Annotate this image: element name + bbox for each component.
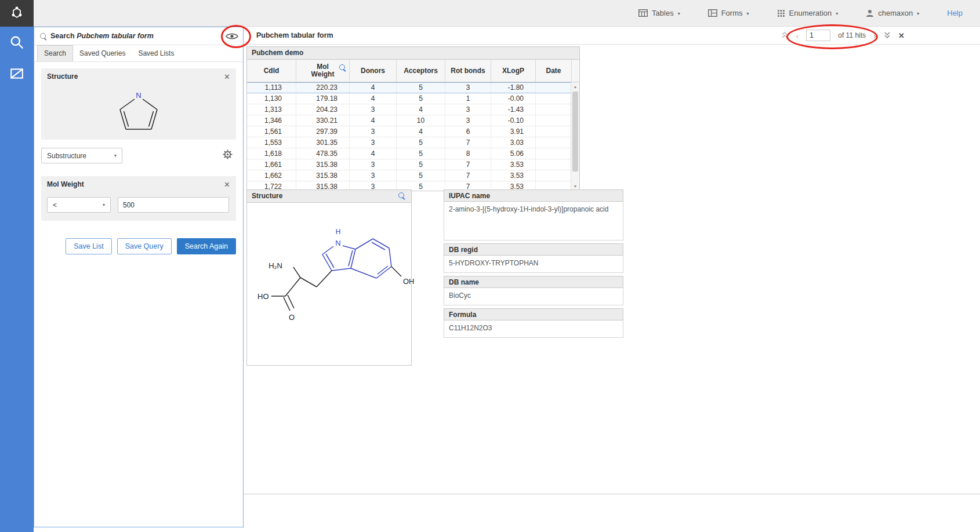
vertical-scrollbar[interactable]: ▲ ▼ — [571, 82, 579, 191]
table-cell: 4 — [350, 83, 397, 93]
structure-detail-title: Structure — [252, 192, 282, 200]
table-row[interactable]: 1,346330.214103-0.10 — [247, 115, 572, 126]
table-cell: 6 — [445, 126, 491, 137]
table-cell: 7 — [445, 159, 491, 170]
table-cell: 5 — [397, 159, 445, 170]
close-icon[interactable]: ✕ — [224, 72, 230, 81]
table-cell: -1.80 — [491, 83, 536, 93]
table-cell: 330.21 — [296, 115, 350, 126]
save-list-button[interactable]: Save List — [66, 238, 111, 254]
table-row[interactable]: 1,113220.23453-1.80 — [247, 82, 572, 93]
table-cell: 1,113 — [247, 83, 296, 93]
molweight-criterion-title: Mol Weight — [47, 180, 84, 188]
table-cell: 297.39 — [296, 126, 350, 137]
menu-enumeration[interactable]: Enumeration ▾ — [777, 9, 839, 17]
menu-tables-label: Tables — [652, 9, 674, 17]
menu-tables[interactable]: Tables ▾ — [638, 9, 680, 17]
table-cell: 3 — [350, 104, 397, 115]
table-cell: 1,313 — [247, 104, 296, 115]
svg-text:H: H — [336, 228, 341, 236]
close-icon[interactable]: ✕ — [224, 180, 230, 189]
svg-text:N: N — [136, 91, 141, 100]
structure-search-icon[interactable] — [398, 192, 404, 198]
gear-icon[interactable] — [223, 150, 233, 162]
table-row[interactable]: 1,561297.393463.91 — [247, 126, 572, 137]
search-panel: Search Pubchem tabular form Search Saved… — [34, 27, 244, 527]
table-cell: 5 — [397, 170, 445, 181]
table-row[interactable]: 1,662315.383573.53 — [247, 170, 572, 181]
content-bottom-divider — [244, 494, 980, 494]
table-cell: 179.18 — [296, 93, 350, 104]
column-header-xlogp[interactable]: XLogP — [491, 60, 536, 82]
menu-forms[interactable]: Forms ▾ — [708, 9, 749, 17]
table-cell: 3 — [350, 126, 397, 137]
search-type-value: Substructure — [47, 152, 86, 160]
table-cell — [536, 126, 572, 137]
sidebar-item-forms[interactable] — [0, 58, 34, 89]
scroll-up-icon[interactable]: ▲ — [571, 82, 579, 91]
column-header-acceptors[interactable]: Acceptors — [397, 60, 445, 82]
column-header-date[interactable]: Date — [536, 60, 572, 82]
operator-select[interactable]: < ▾ — [47, 197, 111, 213]
tab-search[interactable]: Search — [37, 45, 73, 61]
search-panel-title: Search Pubchem tabular form — [50, 32, 154, 40]
structure-query-canvas[interactable]: N — [41, 85, 236, 140]
table-cell: -0.10 — [491, 115, 536, 126]
table-cell: -1.43 — [491, 104, 536, 115]
help-link[interactable]: Help — [947, 9, 963, 17]
table-cell: 1,661 — [247, 159, 296, 170]
table-cell: 4 — [350, 115, 397, 126]
scroll-thumb[interactable] — [572, 92, 578, 172]
pyrrole-structure-image: N — [107, 86, 170, 139]
search-type-select[interactable]: Substructure ▾ — [41, 148, 122, 163]
table-cell: 204.23 — [296, 104, 350, 115]
column-header-donors[interactable]: Donors — [350, 60, 397, 82]
form-title: Pubchem tabular form — [256, 31, 333, 39]
tab-saved-queries[interactable]: Saved Queries — [73, 46, 132, 61]
table-cell: 3 — [445, 83, 491, 93]
table-cell: 4 — [397, 104, 445, 115]
structure-detail-panel: Structure — [246, 190, 412, 366]
save-query-button[interactable]: Save Query — [117, 238, 172, 254]
grid-header-row: CdIdMol WeightDonorsAcceptorsRot bondsXL… — [247, 60, 579, 82]
table-cell — [536, 159, 572, 170]
sidebar — [0, 27, 34, 532]
table-row[interactable]: 1,553301.353573.03 — [247, 137, 572, 148]
table-cell — [536, 170, 572, 181]
field-value-formula: C11H12N2O3 — [444, 320, 623, 338]
column-header-cdid[interactable]: CdId — [247, 60, 296, 82]
column-header-rot-bonds[interactable]: Rot bonds — [445, 60, 491, 82]
table-cell: 3.91 — [491, 126, 536, 137]
menu-user[interactable]: chemaxon ▾ — [866, 9, 919, 17]
table-cell: 478.35 — [296, 148, 350, 159]
sidebar-item-search[interactable] — [0, 27, 34, 58]
table-row[interactable]: 1,130179.18451-0.00 — [247, 93, 572, 104]
app-logo[interactable] — [0, 0, 34, 27]
results-grid: Pubchem demo CdIdMol WeightDonorsAccepto… — [246, 46, 580, 191]
table-cell: 5 — [397, 137, 445, 148]
search-panel-tabs: Search Saved Queries Saved Lists — [34, 45, 243, 62]
table-cell: 315.38 — [296, 159, 350, 170]
table-row[interactable]: 1,618478.354585.06 — [247, 148, 572, 159]
tab-saved-lists[interactable]: Saved Lists — [132, 46, 180, 61]
table-cell: 4 — [350, 148, 397, 159]
search-panel-buttons: Save List Save Query Search Again — [41, 238, 236, 254]
field-label-formula: Formula — [444, 308, 623, 320]
table-row[interactable]: 1,661315.383573.53 — [247, 159, 572, 170]
column-header-mol-weight[interactable]: Mol Weight — [296, 60, 350, 82]
table-row[interactable]: 1,313204.23343-1.43 — [247, 104, 572, 115]
table-cell: 220.23 — [296, 83, 350, 93]
close-icon[interactable]: ✕ — [898, 31, 905, 40]
search-again-button[interactable]: Search Again — [177, 238, 236, 254]
table-cell — [536, 83, 572, 93]
structure-criterion: Structure ✕ N — [41, 68, 236, 140]
molweight-input[interactable] — [118, 197, 229, 213]
table-cell: 8 — [445, 148, 491, 159]
collapse-down-icon[interactable] — [884, 31, 891, 40]
table-cell: 7 — [445, 137, 491, 148]
caret-down-icon: ▾ — [747, 10, 749, 16]
table-cell — [536, 93, 572, 104]
detail-fields: IUPAC name 2-amino-3-[(5-hydroxy-1H-indo… — [444, 190, 623, 341]
table-cell: 3 — [445, 104, 491, 115]
topbar: Tables ▾ Forms ▾ Enumeration ▾ chemaxon … — [0, 0, 980, 27]
